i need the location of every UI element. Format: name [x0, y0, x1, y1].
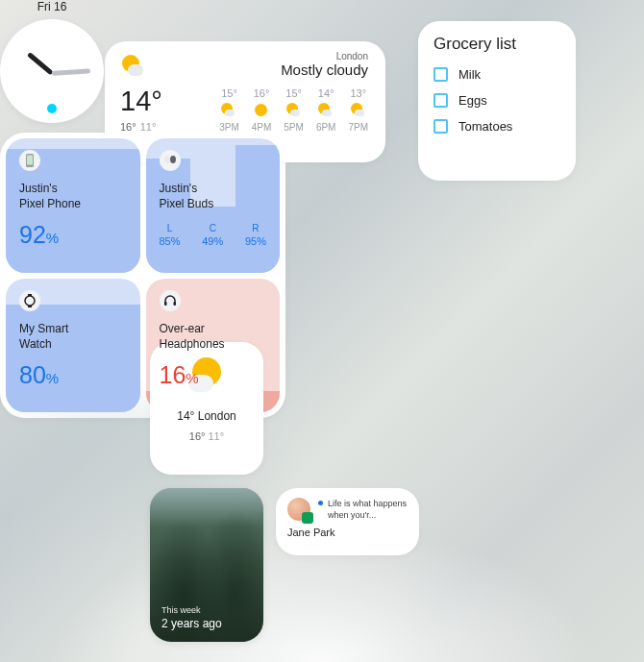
svg-rect-6: [28, 306, 32, 307]
clock-face: [0, 19, 104, 123]
grocery-item[interactable]: Tomatoes: [433, 119, 560, 134]
grocery-title: Grocery list: [433, 35, 560, 54]
device-name: Justin'sPixel Buds: [160, 181, 267, 211]
weather-partly-cloudy-icon: [120, 55, 145, 80]
device-name: Justin'sPixel Phone: [19, 181, 127, 211]
svg-point-3: [170, 156, 176, 163]
temperature-location: 14° London: [177, 409, 236, 423]
hour-hand: [27, 52, 54, 75]
svg-rect-5: [28, 294, 32, 296]
forecast-hour: 15° 5PM: [284, 87, 304, 133]
earbuds-icon: [160, 150, 181, 171]
weather-condition: Mostly cloudy: [281, 61, 368, 78]
device-name: Over-earHeadphones: [160, 321, 267, 352]
forecast-hour: 15° 3PM: [219, 87, 239, 133]
photo-memory-widget[interactable]: This week 2 years ago: [150, 488, 263, 642]
headphones-icon: [160, 290, 181, 311]
memory-subtitle: This week: [161, 605, 222, 615]
weather-sunny-icon: [254, 103, 269, 118]
battery-device-watch[interactable]: My SmartWatch 80%: [6, 279, 140, 413]
avatar: [287, 498, 310, 521]
weather-partly-cloudy-icon: [318, 103, 334, 118]
message-preview: Life is what happens when you'r...: [328, 498, 408, 521]
svg-point-4: [25, 296, 35, 306]
checkbox-icon[interactable]: [433, 93, 448, 108]
grocery-list-widget[interactable]: Grocery list Milk Eggs Tomatoes: [418, 21, 576, 181]
svg-rect-8: [173, 302, 176, 306]
grocery-item[interactable]: Eggs: [433, 93, 560, 108]
memory-title: 2 years ago: [161, 617, 222, 630]
clock-date: Fri 16: [0, 0, 104, 13]
checkbox-icon[interactable]: [433, 119, 448, 134]
phone-icon: [19, 150, 40, 171]
earbuds-levels: L85% C49% R95%: [160, 223, 267, 247]
forecast-hour: 16° 4PM: [252, 87, 272, 133]
message-widget[interactable]: Life is what happens when you'r... Jane …: [276, 488, 419, 555]
minute-hand: [52, 68, 90, 76]
grocery-item-label: Tomatoes: [458, 119, 512, 134]
battery-widget[interactable]: Justin'sPixel Phone 92% Justin'sPixel Bu…: [0, 133, 285, 418]
current-temperature: 14°: [120, 87, 162, 115]
battery-percentage: 92%: [19, 221, 127, 249]
high-low-temperature: 16°11°: [189, 430, 224, 442]
battery-device-buds[interactable]: Justin'sPixel Buds L85% C49% R95%: [146, 138, 281, 273]
checkbox-icon[interactable]: [433, 67, 448, 82]
forecast-hour: 14° 6PM: [316, 87, 336, 133]
battery-percentage: 80%: [19, 361, 127, 389]
svg-point-2: [164, 156, 170, 163]
forecast-hour: 13° 7PM: [348, 87, 368, 133]
sender-name: Jane Park: [287, 527, 408, 538]
device-name: My SmartWatch: [19, 321, 127, 352]
grocery-item-label: Milk: [458, 67, 481, 82]
battery-percentage: 16%: [160, 361, 267, 389]
grocery-item[interactable]: Milk: [433, 67, 560, 82]
high-low-temperature: 16°11°: [120, 121, 162, 133]
weather-location: London: [281, 51, 368, 61]
svg-rect-1: [27, 156, 33, 165]
weather-partly-cloudy-icon: [221, 103, 236, 118]
weather-partly-cloudy-icon: [286, 103, 302, 118]
weather-partly-cloudy-icon: [351, 103, 366, 118]
clock-widget[interactable]: Fri 16: [0, 0, 104, 133]
clock-indicator-dot: [47, 104, 57, 113]
watch-icon: [19, 290, 40, 311]
svg-rect-7: [164, 302, 167, 306]
unread-indicator-icon: [318, 501, 323, 505]
hourly-forecast: 15° 3PM 16° 4PM 15° 5PM 14° 6PM 13°: [219, 87, 368, 133]
battery-device-phone[interactable]: Justin'sPixel Phone 92%: [6, 138, 140, 273]
grocery-item-label: Eggs: [458, 93, 487, 108]
